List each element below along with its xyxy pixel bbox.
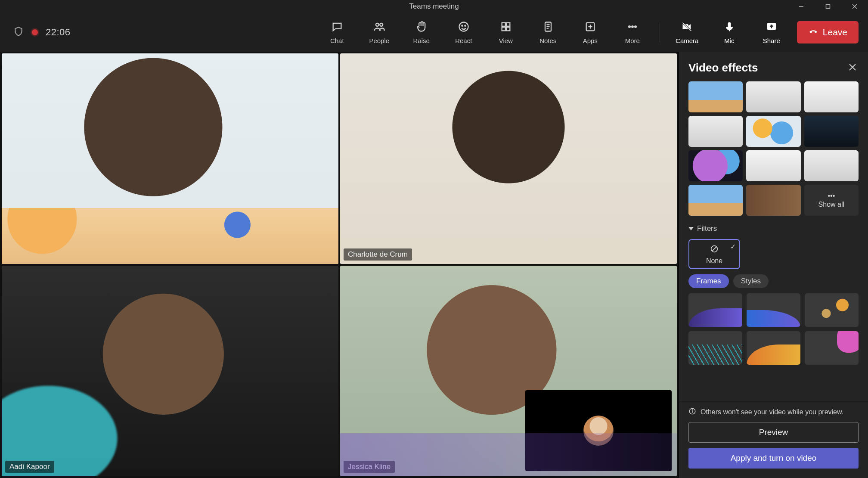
window-controls <box>788 0 868 13</box>
chip-styles[interactable]: Styles <box>733 274 769 288</box>
grid-icon <box>500 21 512 34</box>
self-preview-pip[interactable] <box>525 390 672 471</box>
svg-line-30 <box>712 247 717 251</box>
chevron-down-icon <box>688 227 694 230</box>
close-panel-button[interactable] <box>846 62 859 74</box>
react-button[interactable]: React <box>447 17 480 48</box>
participant-name-tag: Aadi Kapoor <box>5 461 54 473</box>
self-avatar <box>583 416 614 446</box>
frame-thumb[interactable] <box>805 293 859 327</box>
frame-thumb[interactable] <box>747 293 800 327</box>
chip-frames[interactable]: Frames <box>688 274 729 288</box>
frame-thumb[interactable] <box>688 331 742 365</box>
no-filter-icon <box>710 244 719 255</box>
smile-icon <box>458 21 470 34</box>
svg-point-22 <box>635 26 636 28</box>
chat-button[interactable]: Chat <box>320 17 354 48</box>
notes-button[interactable]: Notes <box>531 17 565 48</box>
background-thumb[interactable] <box>688 81 743 112</box>
participant-tile[interactable]: Serena Davis <box>2 53 338 264</box>
video-stage: Serena Davis Charlotte de Crum Aadi Kapo… <box>0 52 679 478</box>
preview-info-text: Others won't see your video while you pr… <box>688 407 859 417</box>
notes-icon <box>542 21 554 34</box>
frame-thumb[interactable] <box>805 331 859 365</box>
toolbar-divider <box>660 22 660 42</box>
background-thumb[interactable] <box>804 81 859 112</box>
filter-none-option[interactable]: ✓ None <box>688 239 740 269</box>
title-bar: Teams meeting <box>0 0 868 13</box>
participant-tile[interactable]: Jessica Kline <box>340 266 677 476</box>
chat-icon <box>331 21 343 34</box>
svg-rect-11 <box>502 27 505 31</box>
mic-toggle-button[interactable]: Mic <box>713 17 746 48</box>
background-thumb[interactable] <box>746 150 800 181</box>
participant-name-tag: Charlotte de Crum <box>344 248 412 261</box>
camera-toggle-button[interactable]: Camera <box>670 17 704 48</box>
more-icon: ••• <box>828 192 835 200</box>
background-thumb[interactable] <box>746 81 800 112</box>
meeting-body: Serena Davis Charlotte de Crum Aadi Kapo… <box>0 52 868 478</box>
preview-button[interactable]: Preview <box>688 422 859 443</box>
background-thumb[interactable] <box>688 150 743 181</box>
apply-video-button[interactable]: Apply and turn on video <box>688 448 859 469</box>
close-window-button[interactable] <box>841 0 868 13</box>
frame-thumb[interactable] <box>747 331 800 365</box>
shield-icon <box>13 26 24 39</box>
people-icon <box>373 21 385 34</box>
hangup-icon <box>808 26 818 39</box>
background-thumb[interactable] <box>804 150 859 181</box>
svg-point-8 <box>465 25 465 26</box>
window-title: Teams meeting <box>409 2 459 11</box>
video-effects-panel: Video effects ••• Show all <box>679 52 868 478</box>
more-button[interactable]: More <box>616 17 649 48</box>
maximize-button[interactable] <box>815 0 841 13</box>
svg-point-5 <box>380 23 383 26</box>
check-icon: ✓ <box>730 242 736 251</box>
info-icon <box>688 407 696 417</box>
participant-tile[interactable]: Aadi Kapoor <box>2 266 338 476</box>
background-thumb[interactable] <box>746 116 800 147</box>
participant-tile[interactable]: Charlotte de Crum <box>340 53 677 264</box>
plus-square-icon <box>584 21 596 34</box>
svg-point-20 <box>629 26 630 28</box>
participant-name-tag: Serena Davis <box>5 248 58 261</box>
hand-icon <box>415 21 428 34</box>
share-screen-icon <box>766 21 778 34</box>
panel-title: Video effects <box>688 61 758 74</box>
svg-point-33 <box>692 410 693 410</box>
background-thumb[interactable] <box>746 185 800 216</box>
frame-thumb[interactable] <box>688 293 742 327</box>
recording-indicator-icon <box>32 29 38 35</box>
svg-point-6 <box>459 22 468 31</box>
show-all-backgrounds-button[interactable]: ••• Show all <box>804 185 859 216</box>
more-icon <box>626 21 639 34</box>
filters-section-toggle[interactable]: Filters <box>679 218 868 236</box>
minimize-button[interactable] <box>788 0 815 13</box>
background-thumb[interactable] <box>688 116 743 147</box>
participant-name-tag: Jessica Kline <box>344 461 395 473</box>
leave-button[interactable]: Leave <box>797 21 859 43</box>
background-grid: ••• Show all <box>679 81 868 218</box>
frames-grid <box>679 293 868 369</box>
svg-point-7 <box>462 25 462 26</box>
svg-rect-9 <box>502 22 505 26</box>
background-thumb[interactable] <box>688 185 743 216</box>
share-button[interactable]: Share <box>755 17 788 48</box>
app-window: Teams meeting 22:06 Chat People Raise <box>0 0 868 478</box>
raise-hand-button[interactable]: Raise <box>405 17 438 48</box>
elapsed-time: 22:06 <box>46 27 71 38</box>
mic-icon <box>723 21 735 34</box>
apps-button[interactable]: Apps <box>574 17 607 48</box>
svg-rect-1 <box>826 5 830 9</box>
meeting-toolbar: 22:06 Chat People Raise React View Notes <box>0 13 868 52</box>
view-button[interactable]: View <box>489 17 523 48</box>
camera-off-icon <box>681 21 693 34</box>
background-thumb[interactable] <box>804 116 859 147</box>
svg-rect-12 <box>506 27 510 31</box>
svg-point-4 <box>376 23 379 26</box>
svg-point-21 <box>632 26 633 28</box>
people-button[interactable]: People <box>363 17 396 48</box>
close-icon <box>848 63 857 73</box>
svg-rect-10 <box>506 22 510 26</box>
